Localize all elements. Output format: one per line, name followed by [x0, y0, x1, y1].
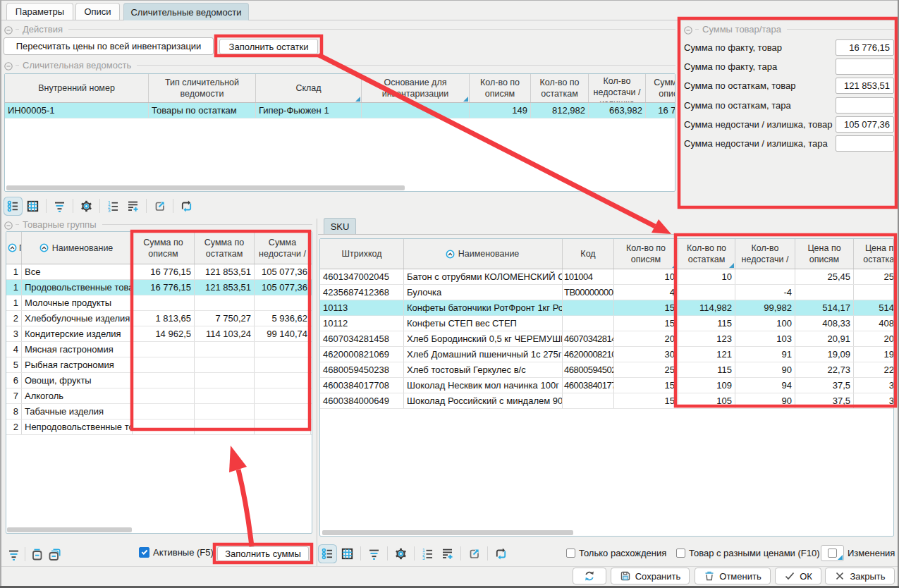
sku-table-row[interactable]: 10112 Конфеты СТЕП вес СТЕП 15 115 100 4…: [320, 316, 893, 331]
filter-icon[interactable]: [53, 200, 66, 213]
column-header-shtrihkod[interactable]: Штрихкод: [320, 239, 404, 269]
refresh-data-icon[interactable]: [494, 547, 508, 561]
filter-icon[interactable]: [7, 548, 20, 561]
sku-table-row[interactable]: 4601347002045 Батон с отрубями КОЛОМЕНСК…: [320, 269, 893, 285]
groups-table-row[interactable]: 5 Рыбная гастрономия: [6, 357, 312, 373]
settings-gear-icon[interactable]: [80, 200, 93, 213]
active-checkbox[interactable]: [139, 547, 149, 558]
view-list-icon[interactable]: [321, 547, 334, 561]
collapse-all-icon[interactable]: [48, 548, 61, 561]
cell-summa-nedostachi: 99 140,74: [255, 326, 311, 341]
view-grid-icon[interactable]: [341, 547, 354, 561]
column-header-kolvo-nedostachi[interactable]: Кол-во недостачи / излишка: [589, 74, 646, 102]
changes-checkbox[interactable]: [828, 549, 837, 558]
sku-table-row[interactable]: 4600384017708 Шоколад Несквик мол начинк…: [320, 378, 893, 393]
diff-price-checkbox[interactable]: [676, 549, 685, 558]
groups-table-row[interactable]: 2 Непродовольственные товары: [6, 419, 312, 435]
groups-table-row[interactable]: 7 Алкоголь: [6, 388, 312, 404]
cell-extra: [311, 388, 312, 403]
sku-table-row[interactable]: 4620000821069 Хлеб Домашний пшеничный 1с…: [320, 347, 893, 362]
open-external-icon[interactable]: [467, 547, 481, 561]
groups-table-row[interactable]: 2 Хлебобулочные изделия 1 813,65 7 750,2…: [6, 311, 312, 326]
column-header-vnutrenniy-nomer[interactable]: Внутренний номер: [5, 74, 149, 102]
column-header-summa-opisyam[interactable]: Сумма по описям: [133, 232, 195, 264]
column-header-summa-nedostachi[interactable]: Сумма недостачи / излишка: [255, 232, 311, 264]
column-header-summa-ostatkam[interactable]: Сумма по остаткам: [195, 232, 255, 264]
numbered-list-icon[interactable]: 123: [106, 200, 120, 213]
save-button[interactable]: Сохранить: [611, 568, 690, 584]
sum-ostatki-tara-input[interactable]: [836, 97, 894, 114]
column-header-extra[interactable]: [311, 232, 312, 264]
panel-splitter[interactable]: [317, 219, 317, 566]
only-diff-checkbox[interactable]: [566, 549, 575, 558]
column-header-poryadok[interactable]: П: [6, 232, 22, 264]
groups-table-row[interactable]: 1 Все 16 776,15 121 853,51 105 077,36: [6, 264, 312, 280]
refresh-button[interactable]: [573, 568, 606, 584]
column-header-kod[interactable]: Код: [563, 239, 614, 269]
ok-button[interactable]: ОК: [775, 568, 821, 584]
groups-table-row[interactable]: 3 Кондитерские изделия 14 962,5 114 103,…: [6, 326, 312, 342]
sum-nedostacha-tovar-input[interactable]: [836, 116, 894, 133]
add-rows-icon[interactable]: [126, 200, 140, 213]
collapse-row-icon[interactable]: [30, 548, 44, 561]
collapse-group-icon[interactable]: [4, 220, 13, 228]
sum-fact-tara-input[interactable]: [836, 59, 894, 75]
cell-cena-ostatkam: 408,33: [854, 316, 894, 331]
column-header-tip-vedomosti[interactable]: Тип сличительной ведомости: [149, 74, 256, 102]
fill-remainders-button[interactable]: Заполнить остатки: [219, 39, 318, 54]
collapse-group-icon[interactable]: [684, 25, 692, 33]
column-header-naimenovanie[interactable]: Наименование: [404, 239, 563, 269]
sku-table-row[interactable]: 4235687412368 Булочка ТВ0000000001 4 -4: [320, 285, 893, 300]
column-header-kolvo-opisyam[interactable]: Кол-во по описям: [470, 74, 531, 102]
cell-sklad: Гипер-Фьюжен 1: [256, 103, 362, 118]
groups-table-row[interactable]: 1 Продовольственные товары 16 776,15 121…: [6, 280, 312, 295]
column-header-naimenovanie[interactable]: Наименование: [22, 232, 133, 264]
tab-slichitelnye-vedomosti[interactable]: Сличительные ведомости: [123, 3, 249, 20]
column-header-kolvo-ostatkam[interactable]: Кол-во по остаткам: [531, 74, 589, 102]
horizontal-scrollbar-thumb[interactable]: [7, 527, 132, 532]
sum-ostatki-tovar-input[interactable]: [836, 78, 894, 94]
column-header-kolvo-nedostachi[interactable]: Кол-во недостачи / излишка: [735, 239, 795, 269]
sku-table-row[interactable]: 4600384000649 Шоколад Российский с минда…: [320, 393, 893, 409]
tab-sku[interactable]: SKU: [324, 218, 356, 234]
sku-table-row[interactable]: 4680059450238 Хлеб тостовый Геркулес в/с…: [320, 362, 893, 378]
column-header-kolvo-opisyam[interactable]: Кол-во по описям: [614, 239, 678, 269]
column-header-cena-ostatkam[interactable]: Цена по остаткам: [854, 239, 893, 269]
settings-gear-icon[interactable]: [394, 547, 408, 561]
column-header-summa-opisyam[interactable]: Сумма по описям: [646, 74, 675, 102]
view-list-icon[interactable]: [6, 200, 20, 213]
fill-sums-button[interactable]: Заполнить суммы: [217, 546, 309, 561]
horizontal-scrollbar-thumb[interactable]: [322, 530, 573, 535]
refresh-data-icon[interactable]: [180, 200, 193, 213]
collapse-group-icon[interactable]: [4, 61, 13, 69]
column-header-cena-opisyam[interactable]: Цена по описям: [795, 239, 854, 269]
view-grid-icon[interactable]: [26, 200, 39, 213]
groups-table-row[interactable]: 4 Мясная гастрономия: [6, 342, 312, 357]
sum-fact-tovar-input[interactable]: [836, 39, 894, 56]
tab-parametry[interactable]: Параметры: [6, 3, 73, 20]
column-header-sklad[interactable]: Склад: [256, 74, 362, 102]
recalc-prices-button[interactable]: Пересчитать цены по всей инвентаризации: [4, 37, 214, 55]
numbered-list-icon[interactable]: 123: [421, 547, 434, 561]
column-header-osnovanie[interactable]: Основание для инвентаризации: [362, 74, 470, 102]
groups-table-row[interactable]: 8 Табачные изделия: [6, 404, 312, 419]
filter-icon[interactable]: [367, 547, 381, 561]
column-header-kolvo-ostatkam[interactable]: Кол-во по остаткам: [678, 239, 735, 269]
save-icon: [620, 570, 631, 582]
groups-table-row[interactable]: 6 Овощи, фрукты: [6, 373, 312, 388]
open-external-icon[interactable]: [153, 200, 166, 213]
collapse-group-icon[interactable]: [4, 25, 13, 33]
cell-kolvo-opisyam: 149: [470, 103, 531, 118]
statement-table-row[interactable]: ИН00005-1 Товары по остаткам Гипер-Фьюже…: [5, 103, 675, 118]
groups-table-row[interactable]: 1 Молочные продукты: [6, 295, 312, 311]
cell-cena-opisyam: [795, 285, 854, 300]
horizontal-scrollbar-thumb[interactable]: [6, 185, 405, 190]
changes-dropdown-checkbox[interactable]: [821, 545, 844, 561]
close-button[interactable]: Закрыть: [825, 568, 895, 584]
sum-nedostacha-tara-input[interactable]: [836, 135, 894, 152]
add-rows-icon[interactable]: [441, 547, 454, 561]
cancel-button[interactable]: Отменить: [695, 568, 771, 584]
sku-table-row[interactable]: 4607034281458 Хлеб Бородинский 0,5 кг ЧЕ…: [320, 331, 893, 347]
tab-opisi[interactable]: Описи: [75, 3, 120, 20]
sku-table-row[interactable]: 10113 Конфеты батончики РотФронт 1кг Ро …: [320, 300, 893, 316]
